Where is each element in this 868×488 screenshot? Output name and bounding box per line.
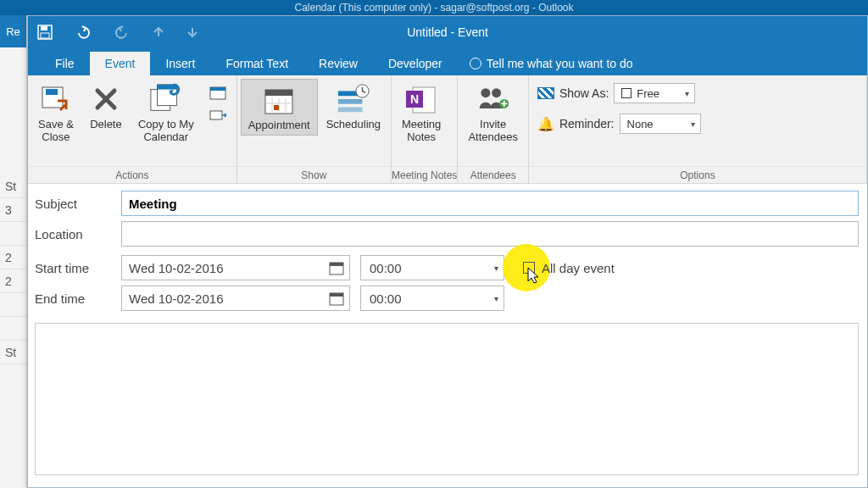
forward-mini-icon[interactable] [208,108,228,125]
svg-rect-4 [46,89,58,95]
end-date-value: Wed 10-02-2016 [129,291,223,306]
all-day-checkbox[interactable]: All day event [523,261,615,275]
group-actions: Save & Close Delete Copy to My Calendar [28,75,237,183]
background-window-sliver: Re St 3 2 2 St [0,15,27,488]
svg-point-26 [492,88,501,97]
show-as-swatch-icon [537,87,554,99]
location-input[interactable] [121,221,859,247]
show-as-value: Free [637,87,659,100]
svg-rect-29 [330,263,343,266]
event-window: Untitled - Event File Event Insert Forma… [27,15,868,488]
bg-row: 3 [0,198,26,222]
bg-row [0,293,26,317]
save-and-close-button[interactable]: Save & Close [31,79,81,147]
event-body-textarea[interactable] [35,323,859,475]
scheduling-button[interactable]: Scheduling [320,79,387,134]
save-icon[interactable] [36,24,53,41]
subject-label: Subject [35,197,121,211]
svg-rect-17 [274,105,279,110]
end-date-picker[interactable]: Wed 10-02-2016 [121,286,350,311]
show-as-dropdown[interactable]: Free ▾ [614,83,695,103]
appointment-button[interactable]: Appointment [241,79,318,136]
group-options: Show As: Free ▾ 🔔 Reminder: None ▾ Optio… [529,75,867,183]
tell-me-search[interactable]: Tell me what you want to do [458,52,645,75]
svg-rect-12 [265,90,292,96]
scheduling-icon [337,82,370,116]
meeting-notes-label: Meeting Notes [402,118,441,143]
copy-calendar-label: Copy to My Calendar [138,118,194,143]
end-time-picker[interactable]: 00:00 ▾ [360,286,504,311]
invite-attendees-button[interactable]: Invite Attendees [461,79,525,147]
tab-format-text[interactable]: Format Text [210,52,303,75]
redo-icon[interactable] [113,25,131,40]
start-time-value: 00:00 [370,261,402,275]
reminder-dropdown[interactable]: None ▾ [620,114,701,134]
caret-down-icon: ▾ [685,89,689,98]
lightbulb-icon [470,58,481,69]
invite-attendees-icon [476,82,510,116]
caret-down-icon: ▾ [494,294,498,303]
svg-rect-19 [338,99,363,104]
group-attendees-label: Attendees [458,166,528,183]
svg-rect-1 [41,26,47,30]
quick-access-toolbar: Untitled - Event [28,16,867,48]
group-attendees: Invite Attendees Attendees [458,75,529,183]
calendar-icon [329,260,344,275]
group-options-label: Options [529,166,866,183]
copy-to-calendar-button[interactable]: Copy to My Calendar [131,79,201,147]
free-square-icon [621,88,632,98]
subject-input[interactable] [121,191,859,216]
reminder-label: Reminder: [559,117,615,130]
appointment-label: Appointment [248,119,310,131]
tab-insert[interactable]: Insert [150,52,210,75]
tab-developer[interactable]: Developer [373,52,458,75]
start-date-value: Wed 10-02-2016 [129,261,223,275]
start-date-picker[interactable]: Wed 10-02-2016 [121,255,350,280]
event-form: Subject Location Start time Wed 10-02-20… [28,184,867,484]
group-meeting-notes-label: Meeting Notes [392,166,457,183]
save-close-icon [39,82,73,116]
calendar-mini-icon[interactable] [208,84,228,101]
ribbon: Save & Close Delete Copy to My Calendar [28,75,867,184]
end-time-value: 00:00 [370,291,402,306]
caret-down-icon: ▾ [494,263,498,273]
undo-icon[interactable] [74,25,92,40]
tab-event[interactable]: Event [90,52,151,75]
calendar-icon [329,291,344,306]
start-time-label: Start time [35,261,121,275]
svg-rect-9 [210,87,225,91]
end-time-label: End time [35,291,121,306]
invite-attendees-label: Invite Attendees [468,118,518,143]
appointment-icon [262,83,296,117]
bg-row: St [0,341,26,364]
caret-down-icon: ▾ [691,119,695,129]
location-label: Location [35,227,121,241]
svg-text:N: N [410,92,419,106]
bell-icon: 🔔 [537,116,554,132]
next-icon[interactable] [186,25,199,39]
ribbon-tabs: File Event Insert Format Text Review Dev… [28,48,867,75]
all-day-label: All day event [542,261,615,275]
meeting-notes-button[interactable]: N Meeting Notes [395,79,448,147]
previous-icon[interactable] [152,25,165,39]
svg-rect-2 [41,33,49,38]
background-app-title: Calendar (This computer only) - sagar@so… [0,0,868,15]
copy-calendar-icon [149,82,183,116]
start-time-picker[interactable]: 00:00 ▾ [360,255,504,280]
svg-rect-31 [330,293,343,297]
group-actions-label: Actions [28,166,236,183]
scheduling-label: Scheduling [326,118,381,130]
bg-row: 2 [0,269,26,293]
show-as-label: Show As: [559,86,609,100]
bg-row: St [0,175,26,198]
delete-icon [89,82,123,116]
bg-row: 2 [0,246,26,269]
tell-me-label: Tell me what you want to do [487,57,633,70]
reminder-value: None [627,118,654,130]
svg-rect-20 [338,108,363,113]
delete-button[interactable]: Delete [82,79,130,134]
group-show-label: Show [237,166,391,183]
group-show: Appointment Scheduling Show [237,75,392,183]
tab-review[interactable]: Review [303,52,373,75]
tab-file[interactable]: File [40,52,90,75]
